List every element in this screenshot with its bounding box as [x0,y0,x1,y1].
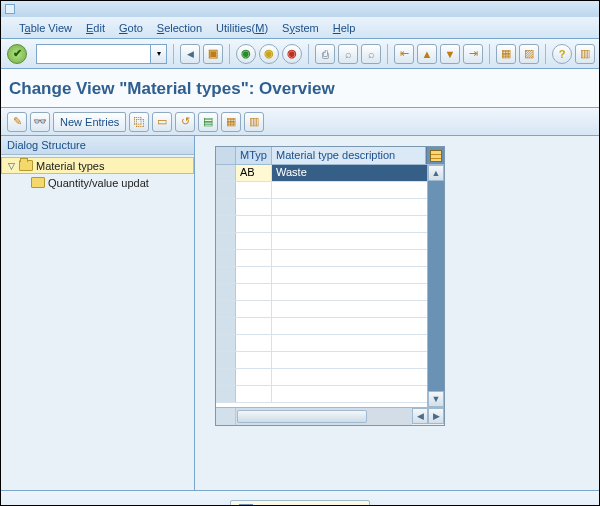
column-description[interactable]: Material type description [272,147,426,164]
row-selector[interactable] [216,335,236,351]
cell-description[interactable] [272,199,427,215]
save-button[interactable]: ▣ [203,44,223,64]
row-selector[interactable] [216,250,236,266]
column-mtyp[interactable]: MTyp [236,147,272,164]
scroll-up-button[interactable]: ▲ [428,165,444,181]
menu-goto[interactable]: Goto [119,22,143,34]
scroll-down-button[interactable]: ▼ [428,391,444,407]
cell-description[interactable] [272,182,427,198]
print-button[interactable]: ⎙ [315,44,335,64]
system-menu-icon[interactable] [5,4,15,14]
row-selector[interactable] [216,182,236,198]
cell-mtyp[interactable] [236,301,272,317]
row-selector[interactable] [216,318,236,334]
cell-mtyp[interactable]: AB [236,165,272,181]
cell-mtyp[interactable] [236,284,272,300]
tree-expand-icon[interactable]: ▽ [6,161,16,171]
table-row[interactable] [216,199,427,216]
table-row[interactable] [216,267,427,284]
row-selector[interactable] [216,284,236,300]
cell-mtyp[interactable] [236,369,272,385]
undo-button[interactable]: ↺ [175,112,195,132]
menu-utilities[interactable]: Utilities(M) [216,22,268,34]
row-selector[interactable] [216,386,236,402]
table-row[interactable] [216,301,427,318]
exit-button[interactable]: ◉ [259,44,279,64]
select-all-rows-header[interactable] [216,147,236,164]
cell-mtyp[interactable] [236,352,272,368]
cell-description[interactable] [272,386,427,402]
table-row[interactable] [216,250,427,267]
back-button[interactable]: ◉ [236,44,256,64]
help-button[interactable]: ? [552,44,572,64]
table-row[interactable] [216,335,427,352]
delete-button[interactable]: ▭ [152,112,172,132]
cell-description[interactable] [272,250,427,266]
create-shortcut-button[interactable]: ▨ [519,44,539,64]
scroll-track[interactable] [428,181,444,391]
tree-node-quantity-value[interactable]: Quantity/value updat [1,174,194,191]
hscroll-track[interactable] [236,408,412,425]
row-selector[interactable] [216,301,236,317]
find-next-button[interactable]: ⌕ [361,44,381,64]
menu-selection[interactable]: Selection [157,22,202,34]
cell-description[interactable]: Waste [272,165,427,181]
cell-mtyp[interactable] [236,250,272,266]
table-row[interactable] [216,233,427,250]
change-button[interactable]: ✎ [7,112,27,132]
cell-mtyp[interactable] [236,199,272,215]
layout-menu-button[interactable]: ▥ [575,44,595,64]
first-page-button[interactable]: ⇤ [394,44,414,64]
cell-description[interactable] [272,233,427,249]
row-selector[interactable] [216,352,236,368]
table-row[interactable] [216,386,427,403]
display-button[interactable]: 👓 [30,112,50,132]
row-selector[interactable] [216,199,236,215]
position-button[interactable]: Position... [230,500,370,507]
enter-button[interactable]: ✔ [7,44,27,64]
cell-mtyp[interactable] [236,267,272,283]
cell-mtyp[interactable] [236,335,272,351]
cell-description[interactable] [272,352,427,368]
table-row[interactable] [216,216,427,233]
command-history-dropdown[interactable]: ▾ [151,44,167,64]
cell-description[interactable] [272,267,427,283]
menu-edit[interactable]: Edit [86,22,105,34]
table-row[interactable] [216,352,427,369]
cell-mtyp[interactable] [236,318,272,334]
prev-page-button[interactable]: ▲ [417,44,437,64]
row-selector[interactable] [216,216,236,232]
tree-node-material-types[interactable]: ▽ Material types [1,157,194,174]
hscroll-thumb[interactable] [237,410,367,423]
cell-description[interactable] [272,318,427,334]
menu-table-view[interactable]: Table View [19,22,72,34]
hscroll-right-button[interactable]: ▶ [428,408,444,424]
menu-help[interactable]: Help [333,22,356,34]
hscroll-left-button[interactable]: ◀ [412,408,428,424]
deselect-all-button[interactable]: ▥ [244,112,264,132]
row-selector[interactable] [216,165,236,181]
last-page-button[interactable]: ⇥ [463,44,483,64]
cell-mtyp[interactable] [236,216,272,232]
next-page-button[interactable]: ▼ [440,44,460,64]
cell-description[interactable] [272,369,427,385]
cell-mtyp[interactable] [236,386,272,402]
cell-description[interactable] [272,284,427,300]
row-selector[interactable] [216,267,236,283]
table-row[interactable]: ABWaste [216,165,427,182]
select-all-button[interactable]: ▤ [198,112,218,132]
cell-mtyp[interactable] [236,182,272,198]
configure-columns-button[interactable] [426,147,444,164]
command-field[interactable] [36,44,151,64]
vertical-scrollbar[interactable]: ▲ ▼ [427,165,444,407]
cell-description[interactable] [272,216,427,232]
cancel-button[interactable]: ◉ [282,44,302,64]
table-row[interactable] [216,284,427,301]
table-row[interactable] [216,182,427,199]
find-button[interactable]: ⌕ [338,44,358,64]
cell-mtyp[interactable] [236,233,272,249]
row-selector[interactable] [216,233,236,249]
cell-description[interactable] [272,301,427,317]
menu-system[interactable]: System [282,22,319,34]
table-row[interactable] [216,318,427,335]
